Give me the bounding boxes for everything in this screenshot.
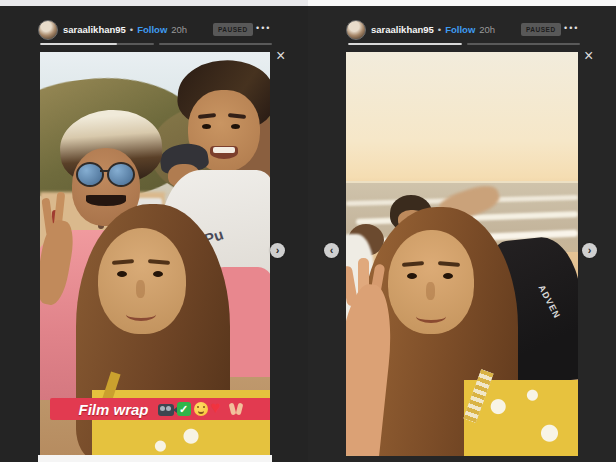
man-right-eye — [231, 124, 240, 129]
woman-mouth — [416, 310, 446, 323]
woman-nose — [136, 280, 145, 298]
story-header: saraalikhan95 • Follow 20h — [63, 24, 187, 36]
previous-story-button[interactable]: ‹ — [324, 243, 339, 258]
story-progress-bar — [348, 43, 580, 45]
check-mark-emoji — [177, 402, 191, 416]
caption-emojis — [155, 402, 244, 416]
progress-segment — [348, 43, 462, 45]
chevron-left-icon: ‹ — [330, 245, 334, 256]
movie-camera-emoji — [158, 404, 174, 416]
paused-badge: PAUSED — [213, 23, 253, 36]
next-story-button[interactable]: › — [582, 243, 597, 258]
username[interactable]: saraalikhan95 — [371, 24, 434, 36]
story-panel-right: saraalikhan95 • Follow 20h PAUSED ••• × … — [308, 6, 616, 462]
sunglasses-lens — [76, 162, 104, 187]
story-progress-bar — [40, 43, 272, 45]
separator-dot: • — [130, 24, 133, 36]
more-options-button[interactable]: ••• — [564, 23, 579, 33]
progress-segment — [467, 43, 581, 45]
story-panel-left: saraalikhan95 • Follow 20h PAUSED ••• × — [0, 6, 308, 462]
woman-eye — [117, 271, 127, 277]
chevron-right-icon: › — [588, 245, 592, 256]
woman-nose — [426, 282, 435, 300]
progress-segment — [40, 43, 154, 45]
story-viewer-page: saraalikhan95 • Follow 20h PAUSED ••• × — [0, 0, 616, 462]
hugging-face-emoji — [194, 402, 208, 416]
more-options-button[interactable]: ••• — [256, 23, 271, 33]
close-icon[interactable]: × — [584, 49, 593, 63]
close-icon[interactable]: × — [276, 49, 285, 63]
username[interactable]: saraalikhan95 — [63, 24, 126, 36]
progress-segment — [159, 43, 273, 45]
page-bottom-strip — [38, 455, 272, 462]
man-right-teeth — [213, 147, 235, 153]
story-photo-left[interactable]: Pu Film wrap — [40, 52, 270, 455]
paused-badge: PAUSED — [521, 23, 561, 36]
story-caption-sticker: Film wrap — [50, 398, 270, 420]
timestamp: 20h — [479, 24, 495, 36]
man-right-eye — [202, 124, 211, 129]
woman-eye — [407, 273, 417, 279]
follow-button[interactable]: Follow — [445, 24, 475, 36]
woman-eye — [153, 271, 163, 277]
raising-hands-emoji — [228, 402, 244, 416]
story-header: saraalikhan95 • Follow 20h — [371, 24, 495, 36]
avatar[interactable] — [346, 20, 366, 40]
sunglasses-lens — [107, 162, 135, 187]
timestamp: 20h — [171, 24, 187, 36]
follow-button[interactable]: Follow — [137, 24, 167, 36]
sunglasses-bridge — [100, 170, 108, 172]
story-photo-right[interactable]: ADVEN — [346, 52, 578, 456]
separator-dot: • — [438, 24, 441, 36]
woman-eye — [443, 273, 453, 279]
woman-mouth — [126, 308, 156, 321]
avatar[interactable] — [38, 20, 58, 40]
shirt-text: ADVEN — [536, 283, 562, 320]
next-story-button[interactable]: › — [270, 243, 285, 258]
caption-text: Film wrap — [78, 401, 148, 418]
man-left-mustache — [86, 195, 126, 206]
red-heart-emoji — [211, 402, 225, 416]
chevron-right-icon: › — [276, 245, 280, 256]
